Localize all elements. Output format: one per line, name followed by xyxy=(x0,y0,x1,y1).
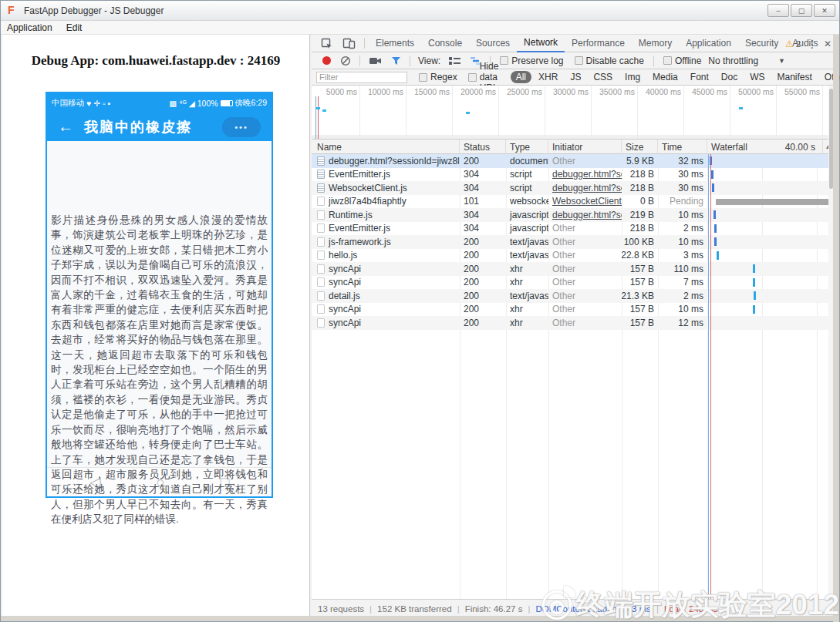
status-right-icons: ▩ ⁴ᴳ ◢ xyxy=(169,99,195,108)
network-overview[interactable]: 5000 ms10000 ms15000 ms20000 ms25000 ms3… xyxy=(312,86,835,140)
overview-dcl-line xyxy=(315,96,316,139)
network-request-row[interactable]: jiwz8l7a4b4fiaphtly101websocketWebsocket… xyxy=(312,195,835,209)
tab-sources[interactable]: Sources xyxy=(469,35,517,52)
minimize-button[interactable]: – xyxy=(767,4,789,17)
request-name: EventEmitter.js xyxy=(313,222,460,236)
network-request-row[interactable]: hello.js200text/javas...Other22.8 KB3 ms xyxy=(312,249,835,263)
network-request-row[interactable]: EventEmitter.js304scriptdebugger.html?se… xyxy=(312,168,835,182)
filter-pill-media[interactable]: Media xyxy=(647,71,683,83)
filter-pill-doc[interactable]: Doc xyxy=(716,71,743,83)
tab-application[interactable]: Application xyxy=(679,35,738,52)
column-header-type[interactable]: Type xyxy=(506,140,548,154)
tab-memory[interactable]: Memory xyxy=(632,35,679,52)
column-header-name[interactable]: Name xyxy=(313,140,460,154)
request-size: 5.9 KB xyxy=(622,154,658,168)
request-time: Pending xyxy=(658,195,707,209)
waterfall-pending-bar xyxy=(716,199,835,205)
tab-performance[interactable]: Performance xyxy=(565,35,632,52)
status-left-icons: ♥ ✛ ▫ ▪ xyxy=(86,99,110,108)
request-time-text: 3 ms xyxy=(683,250,703,261)
network-request-row[interactable]: syncApi200xhrOther157 B10 ms xyxy=(312,303,835,317)
network-request-row[interactable]: WebsocketClient.js304scriptdebugger.html… xyxy=(312,181,835,195)
network-request-row[interactable]: js-framework.js200text/javas...Other100 … xyxy=(312,235,835,249)
filter-pill-font[interactable]: Font xyxy=(685,71,714,83)
filter-pill-ws[interactable]: WS xyxy=(744,71,770,83)
filter-pill-all[interactable]: All xyxy=(511,71,531,83)
back-arrow-icon[interactable]: ← xyxy=(58,118,84,136)
network-request-row[interactable]: syncApi200xhrOther157 B110 ms xyxy=(312,262,835,276)
request-initiator-text[interactable]: debugger.html?se... xyxy=(552,183,622,193)
filter-pill-img[interactable]: Img xyxy=(619,71,646,83)
dcl-event-line xyxy=(708,154,709,599)
request-name: syncApi xyxy=(313,316,460,330)
ruler-tick-label: 55000 ms xyxy=(776,87,822,96)
screenshot-camera-icon[interactable] xyxy=(369,56,382,66)
request-status: 200 xyxy=(460,303,506,317)
warning-badge[interactable]: ⚠ 2 xyxy=(785,39,801,49)
request-type-text: script xyxy=(510,183,532,193)
request-status-text: 200 xyxy=(464,237,479,247)
request-time: 2 ms xyxy=(658,289,707,303)
kebab-menu-icon[interactable]: ⋮ xyxy=(807,38,818,50)
request-initiator-text[interactable]: debugger.html?se... xyxy=(552,169,622,180)
menu-item-edit[interactable]: Edit xyxy=(66,22,83,33)
network-request-row[interactable]: syncApi200xhrOther157 B7 ms xyxy=(312,276,835,290)
list-view-icon[interactable] xyxy=(449,56,460,66)
ruler-tick-label: 20000 ms xyxy=(452,87,498,96)
clear-button[interactable] xyxy=(340,55,351,66)
warning-icon: ⚠ xyxy=(785,39,794,49)
tab-network[interactable]: Network xyxy=(517,35,565,52)
network-request-row[interactable]: syncApi200xhrOther157 B12 ms xyxy=(312,316,835,330)
more-menu-button[interactable]: ••• xyxy=(222,117,261,137)
request-name-text: Runtime.js xyxy=(329,210,373,220)
filter-pill-js[interactable]: JS xyxy=(565,71,586,83)
request-size: 157 B xyxy=(622,316,658,330)
status-icon: ▪ xyxy=(108,99,111,108)
network-request-row[interactable]: debugger.html?sessionId=jiwz8l7a4...200d… xyxy=(312,154,835,168)
filter-input[interactable] xyxy=(316,72,407,83)
devtools-close-icon[interactable]: ✕ xyxy=(824,39,832,49)
request-size: 22.8 KB xyxy=(622,249,658,263)
file-icon xyxy=(317,224,325,233)
inspect-element-icon[interactable] xyxy=(321,38,333,49)
column-header-initiator[interactable]: Initiator xyxy=(548,140,622,154)
request-status-text: 101 xyxy=(464,196,479,207)
request-time: 3 ms xyxy=(658,249,707,263)
throttling-dropdown[interactable]: No throttling ▼ xyxy=(708,55,785,66)
checkbox-icon xyxy=(575,56,583,65)
column-header-time[interactable]: Time xyxy=(658,140,707,154)
device-toolbar-icon[interactable] xyxy=(342,38,356,49)
disable-cache-checkbox[interactable]: Disable cache xyxy=(575,55,644,66)
preserve-log-checkbox[interactable]: Preserve log xyxy=(500,55,563,66)
request-type-text: text/javas... xyxy=(510,291,548,301)
request-status-text: 304 xyxy=(464,223,479,234)
column-header-status[interactable]: Status xyxy=(460,140,506,154)
tab-security[interactable]: Security xyxy=(738,35,785,52)
network-request-row[interactable]: detail.js200text/javas...Other21.3 KB2 m… xyxy=(312,289,835,303)
type-filter-pills: AllXHRJSCSSImgMediaFontDocWSManifestOthe… xyxy=(510,71,840,83)
tab-console[interactable]: Console xyxy=(421,35,469,52)
request-initiator-text[interactable]: debugger.html?se... xyxy=(552,210,622,220)
request-initiator-text[interactable]: WebsocketClient.j... xyxy=(552,196,622,207)
column-header-size[interactable]: Size xyxy=(622,140,658,154)
filter-pill-xhr[interactable]: XHR xyxy=(533,71,563,83)
filter-pill-manifest[interactable]: Manifest xyxy=(772,71,818,83)
menu-item-application[interactable]: Application xyxy=(7,22,52,33)
request-status: 304 xyxy=(460,181,506,195)
tab-elements[interactable]: Elements xyxy=(369,35,421,52)
network-request-row[interactable]: Runtime.js304javascriptdebugger.html?se.… xyxy=(312,208,835,222)
close-button[interactable]: ✕ xyxy=(814,4,835,17)
filter-funnel-icon[interactable] xyxy=(391,56,401,66)
request-type: websocket xyxy=(506,195,548,209)
regex-checkbox[interactable]: Regex xyxy=(419,72,457,82)
menu-bar: ApplicationEdit xyxy=(1,21,839,35)
request-size: 157 B xyxy=(622,303,658,317)
maximize-button[interactable]: ▢ xyxy=(791,4,812,17)
record-button[interactable] xyxy=(322,56,331,65)
window-bottom-border xyxy=(1,616,839,621)
overview-load-line xyxy=(318,96,319,139)
network-request-row[interactable]: EventEmitter.js304javascriptOther218 B2 … xyxy=(312,222,835,236)
filter-pill-css[interactable]: CSS xyxy=(588,71,618,83)
offline-checkbox[interactable]: Offline xyxy=(663,55,701,66)
request-initiator: Other xyxy=(548,154,622,168)
